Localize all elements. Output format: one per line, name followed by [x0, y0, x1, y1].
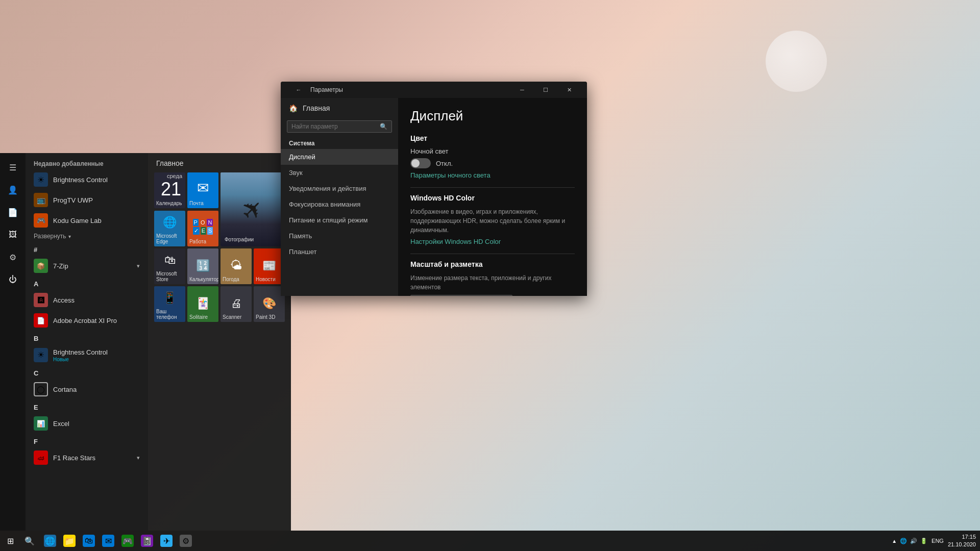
settings-search-box[interactable]: 🔍 [287, 120, 392, 133]
expand-row[interactable]: Развернуть ▾ [26, 231, 148, 242]
settings-taskbar-inner: ⚙ [180, 535, 192, 547]
app-name-progtv: ProgTV UWP [53, 196, 93, 204]
onenote-taskbar-icon[interactable]: 📓 [138, 531, 156, 551]
scanner-tile-icon: 🖨 [231, 297, 242, 310]
letter-e: E [26, 399, 148, 413]
volume-icon[interactable]: 🔊 [910, 538, 917, 544]
night-light-link[interactable]: Параметры ночного света [410, 171, 575, 179]
mail-taskbar-icon[interactable]: ✉ [99, 531, 117, 551]
nav-item-power[interactable]: Питание и спящий режим [281, 212, 398, 228]
tile-label-paint3d: Paint 3D [254, 312, 277, 322]
7zip-expand-arrow: ▾ [137, 263, 140, 269]
tile-scanner[interactable]: 🖨 Scanner [220, 286, 252, 322]
app-f1racestars[interactable]: 🏎 F1 Race Stars ▾ [26, 447, 148, 468]
app-access[interactable]: 🅰 Access [26, 290, 148, 310]
clock-time: 17:15 [948, 533, 976, 541]
settings-search-input[interactable] [291, 123, 380, 130]
app-7zip[interactable]: 📦 7-Zip ▾ [26, 256, 148, 276]
taskbar: ⊞ 🔍 🌐 📁 🛍 ✉ 🎮 📓 ✈ [0, 531, 980, 551]
separator-1 [410, 187, 575, 188]
nav-item-memory[interactable]: Память [281, 228, 398, 244]
tile-phone[interactable]: 📱 Ваш телефон [154, 286, 185, 322]
tile-calculator[interactable]: 🔢 Калькулятор [187, 248, 218, 284]
progtv-icon: 📺 [34, 193, 48, 207]
back-button[interactable]: ← [287, 82, 310, 98]
edge-taskbar-icon[interactable]: 🌐 [41, 531, 59, 551]
tile-photos[interactable]: ✈ Фотографии [220, 172, 285, 246]
7zip-icon: 📦 [34, 259, 48, 273]
excel-icon: 📊 [34, 416, 48, 431]
settings-nav: 🏠 Главная 🔍 Система Дисплей Звук Уведомл… [281, 98, 398, 296]
search-taskbar-button[interactable]: 🔍 [20, 531, 39, 551]
taskbar-clock[interactable]: 17:15 21.10.2020 [948, 533, 976, 549]
app-kodu[interactable]: 🎮 Kodu Game Lab [26, 210, 148, 231]
settings-taskbar-icon[interactable]: ⚙ [177, 531, 195, 551]
clock-date: 21.10.2020 [948, 541, 976, 548]
night-light-toggle-row: Откл. [410, 158, 575, 168]
app-acrobat[interactable]: 📄 Adobe Acrobat XI Pro [26, 310, 148, 331]
tile-solitaire[interactable]: 🃏 Solitaire [187, 286, 218, 322]
tile-weather[interactable]: 🌤 Погода [220, 248, 252, 284]
xbox-taskbar-icon[interactable]: 🎮 [118, 531, 137, 551]
tile-office[interactable]: P O N ✓ E S Работа [187, 211, 218, 246]
tile-news[interactable]: 📰 Новости [254, 248, 285, 284]
nav-item-notifications[interactable]: Уведомления и действия [281, 181, 398, 196]
separator-2 [410, 254, 575, 254]
settings-body: 🏠 Главная 🔍 Система Дисплей Звук Уведомл… [281, 98, 587, 296]
tile-label-office: Работа [187, 237, 208, 246]
app-progtv[interactable]: 📺 ProgTV UWP [26, 190, 148, 210]
start-button[interactable]: ⊞ [0, 531, 20, 551]
pictures-icon[interactable]: 🖼 [3, 224, 23, 245]
app-name-brightness-recent: Brightness Control [53, 176, 108, 184]
user-icon[interactable]: 👤 [3, 180, 23, 200]
settings-left-icon[interactable]: ⚙ [3, 247, 23, 267]
tile-label-store: Microsoft Store [154, 269, 185, 284]
tile-store[interactable]: 🛍 Microsoft Store [154, 248, 185, 284]
tile-edge[interactable]: 🌐 Microsoft Edge [154, 211, 185, 246]
app-brightness-control-recent[interactable]: ☀ Brightness Control [26, 169, 148, 190]
moon-decoration [766, 31, 827, 92]
app-brightness-control[interactable]: ☀ Brightness Control Новые [26, 344, 148, 365]
acrobat-icon: 📄 [34, 313, 48, 328]
documents-icon[interactable]: 📄 [3, 202, 23, 222]
hamburger-icon[interactable]: ☰ [3, 157, 23, 178]
nav-item-sound[interactable]: Звук [281, 165, 398, 181]
tile-mail[interactable]: ✉ Почта [187, 172, 218, 208]
system-label: Система [281, 137, 398, 149]
tile-calendar[interactable]: среда 21 Календарь [154, 172, 185, 208]
plane-silhouette: ✈ [235, 191, 271, 228]
nav-home-label: Главная [303, 104, 330, 112]
tile-label-mail: Почта [187, 198, 206, 208]
telegram-taskbar-icon[interactable]: ✈ [157, 531, 176, 551]
store-tile-icon: 🛍 [164, 254, 176, 267]
nav-item-focus[interactable]: Фокусировка внимания [281, 196, 398, 212]
toggle-knob [411, 159, 420, 167]
chevron-up-icon[interactable]: ▲ [892, 538, 897, 544]
app-excel[interactable]: 📊 Excel [26, 413, 148, 434]
tile-paint3d[interactable]: 🎨 Paint 3D [254, 286, 285, 322]
close-button[interactable]: ✕ [557, 82, 581, 98]
minimize-button[interactable]: ─ [510, 82, 534, 98]
tile-label-scanner: Scanner [220, 312, 243, 322]
nav-home[interactable]: 🏠 Главная [281, 98, 398, 118]
hdr-heading: Windows HD Color [410, 194, 575, 202]
battery-icon[interactable]: 🔋 [920, 538, 927, 544]
network-icon[interactable]: 🌐 [900, 538, 907, 544]
tile-label-calendar: Календарь [154, 198, 184, 208]
nav-item-tablet[interactable]: Планшет [281, 244, 398, 260]
maximize-button[interactable]: ☐ [534, 82, 557, 98]
store-taskbar-icon[interactable]: 🛍 [80, 531, 98, 551]
app-name-cortana: Cortana [53, 386, 77, 393]
scale-dropdown[interactable]: 100% (рекомендуется) [410, 295, 512, 296]
power-icon[interactable]: ⏻ [3, 269, 23, 290]
nav-item-display[interactable]: Дисплей [281, 149, 398, 165]
night-light-toggle[interactable] [410, 158, 431, 168]
desktop: ☰ 👤 📄 🖼 ⚙ ⏻ Недавно добавленные ☀ Bright… [0, 0, 980, 551]
explorer-taskbar-icon[interactable]: 📁 [60, 531, 79, 551]
f1-icon: 🏎 [34, 450, 48, 465]
hdr-link[interactable]: Настройки Windows HD Color [410, 238, 575, 245]
app-cortana[interactable]: ◯ Cortana [26, 379, 148, 399]
app-name-kodu: Kodu Game Lab [53, 217, 102, 224]
calc-tile-icon: 🔢 [196, 259, 210, 272]
scale-size-label: Изменение размера текста, приложений и д… [410, 273, 575, 292]
